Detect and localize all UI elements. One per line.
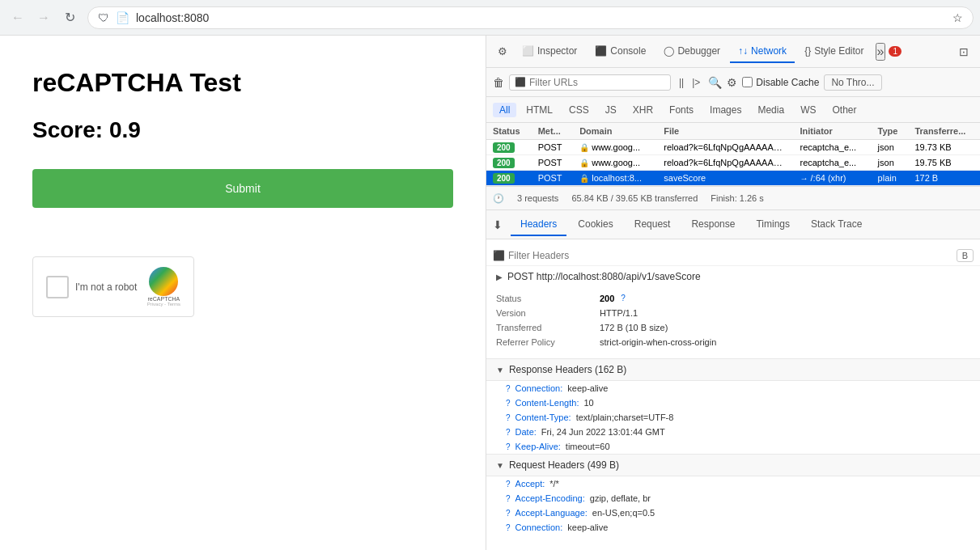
cell-status: 200	[486, 171, 532, 186]
header-help-icon[interactable]: ?	[506, 494, 511, 503]
request-headers-list: ?Accept: */*?Accept-Encoding: gzip, defl…	[486, 476, 980, 535]
header-value: */*	[549, 479, 559, 489]
type-filter-all[interactable]: All	[493, 103, 516, 117]
type-filter-media[interactable]: Media	[751, 103, 791, 117]
type-filter-js[interactable]: JS	[599, 103, 623, 117]
type-filter-html[interactable]: HTML	[520, 103, 559, 117]
search-button[interactable]: 🔍	[708, 76, 722, 89]
request-headers-section[interactable]: ▼ Request Headers (499 B)	[486, 454, 980, 476]
request-header-row: ?Accept-Encoding: gzip, deflate, br	[486, 491, 980, 506]
detail-panel: ⬇ Headers Cookies Request Response Timin…	[486, 210, 980, 550]
request-url-row[interactable]: ▶ POST http://localhost:8080/api/v1/save…	[486, 266, 980, 287]
type-filter-ws[interactable]: WS	[794, 103, 822, 117]
detail-tab-headers[interactable]: Headers	[511, 214, 566, 236]
block-button[interactable]: B	[957, 249, 974, 262]
pause-button[interactable]: ||	[676, 75, 687, 90]
address-bar[interactable]: 🛡 📄 localhost:8080 ☆	[87, 6, 974, 29]
response-headers-section[interactable]: ▼ Response Headers (162 B)	[486, 358, 980, 381]
cell-size: 19.75 KB	[908, 155, 980, 171]
cell-method: POST	[532, 171, 574, 186]
type-filter-fonts[interactable]: Fonts	[663, 103, 700, 117]
col-type: Type	[872, 123, 909, 140]
status-help-icon[interactable]: ?	[621, 294, 626, 303]
filter-input-wrapper: ⬛	[509, 74, 671, 91]
disable-cache-wrap: Disable Cache	[742, 77, 819, 88]
cell-method: POST	[532, 140, 574, 155]
header-help-icon[interactable]: ?	[506, 442, 511, 451]
tab-inspector[interactable]: ⬜ Inspector	[514, 40, 585, 63]
inspector-icon: ⬜	[522, 45, 534, 57]
resume-button[interactable]: |>	[689, 75, 703, 90]
summary-clock-icon: 🕐	[493, 193, 504, 204]
header-help-icon[interactable]: ?	[506, 480, 511, 489]
type-filter-other[interactable]: Other	[825, 103, 863, 117]
cell-status: 200	[486, 140, 532, 155]
devtools-tools-button[interactable]: ⚙	[493, 42, 512, 61]
cell-type: plain	[872, 171, 909, 186]
tab-console[interactable]: ⬛ Console	[587, 40, 654, 63]
response-header-row: ?Connection: keep-alive	[486, 381, 980, 396]
table-row[interactable]: 200 POST 🔒 localhost:8... saveScore → /:…	[486, 171, 980, 186]
debugger-label: Debugger	[677, 45, 720, 57]
filter-input[interactable]	[529, 77, 665, 88]
version-row: Version HTTP/1.1	[496, 308, 970, 318]
page-content: reCAPTCHA Test Score: 0.9 Submit I'm not…	[0, 36, 486, 550]
throttle-button[interactable]: No Thro...	[824, 74, 881, 91]
recaptcha-checkbox[interactable]	[46, 276, 69, 298]
response-header-row: ?Keep-Alive: timeout=60	[486, 439, 980, 454]
transferred-row: Transferred 172 B (10 B size)	[496, 323, 970, 332]
table-row[interactable]: 200 POST 🔒 www.goog... reload?k=6LfqNpQg…	[486, 155, 980, 171]
detail-tab-stack-trace[interactable]: Stack Trace	[801, 214, 872, 236]
response-headers-toggle-icon: ▼	[496, 366, 504, 374]
header-help-icon[interactable]: ?	[506, 509, 511, 518]
header-value: keep-alive	[567, 522, 608, 532]
filter-bar: 🗑 ⬛ || |> 🔍 ⚙ Disable Cache No Thro...	[486, 68, 980, 97]
header-name: Accept-Language:	[515, 508, 588, 518]
disable-cache-label[interactable]: Disable Cache	[756, 77, 819, 88]
summary-requests: 3 requests	[517, 193, 558, 203]
header-help-icon[interactable]: ?	[506, 413, 511, 422]
summary-bar: 🕐 3 requests 65.84 KB / 39.65 KB transfe…	[486, 186, 980, 210]
forward-button[interactable]: →	[32, 6, 55, 29]
network-table-wrapper: Status Met... Domain File Initiator Type…	[486, 123, 980, 186]
header-value: keep-alive	[567, 383, 608, 393]
devtools-toolbar: ⚙ ⬜ Inspector ⬛ Console ◯ Debugger ↑↓ Ne…	[486, 36, 980, 68]
tab-network[interactable]: ↑↓ Network	[730, 40, 795, 63]
col-initiator: Initiator	[793, 123, 871, 140]
console-label: Console	[610, 45, 646, 57]
window-ctrl-button[interactable]: ⊡	[954, 44, 974, 60]
header-help-icon[interactable]: ?	[506, 384, 511, 393]
tab-style-editor[interactable]: {} Style Editor	[796, 40, 872, 63]
status-row: Status 200 ?	[496, 294, 970, 303]
clear-button[interactable]: 🗑	[493, 76, 504, 89]
type-filter-images[interactable]: Images	[703, 103, 748, 117]
referrer-policy-label: Referrer Policy	[496, 337, 593, 347]
filter-headers-input[interactable]	[508, 250, 953, 261]
transferred-value: 172 B (10 B size)	[600, 323, 668, 332]
recaptcha-label: I'm not a robot	[75, 281, 137, 293]
type-filter-css[interactable]: CSS	[562, 103, 596, 117]
star-icon[interactable]: ☆	[952, 11, 963, 24]
detail-tab-response[interactable]: Response	[681, 214, 745, 236]
table-row[interactable]: 200 POST 🔒 www.goog... reload?k=6LfqNpQg…	[486, 140, 980, 155]
detail-tab-timings[interactable]: Timings	[746, 214, 800, 236]
header-help-icon[interactable]: ?	[506, 523, 511, 532]
back-button[interactable]: ←	[6, 6, 29, 29]
request-url-text: POST http://localhost:8080/api/v1/saveSc…	[507, 271, 701, 282]
submit-button[interactable]: Submit	[32, 169, 453, 208]
header-help-icon[interactable]: ?	[506, 428, 511, 437]
header-name: Connection:	[515, 383, 563, 393]
network-settings-button[interactable]: ⚙	[727, 76, 737, 89]
type-filter-xhr[interactable]: XHR	[626, 103, 660, 117]
export-button[interactable]: ⬇	[493, 218, 503, 231]
reload-button[interactable]: ↻	[58, 6, 81, 29]
disable-cache-checkbox[interactable]	[742, 77, 753, 87]
tab-debugger[interactable]: ◯ Debugger	[655, 40, 728, 63]
cell-size: 172 B	[908, 171, 980, 186]
detail-tab-cookies[interactable]: Cookies	[568, 214, 622, 236]
header-value: gzip, deflate, br	[590, 493, 651, 503]
more-tabs-button[interactable]: »	[876, 43, 886, 61]
detail-tab-request[interactable]: Request	[625, 214, 681, 236]
header-help-icon[interactable]: ?	[506, 399, 511, 408]
error-badge: 1	[889, 46, 902, 57]
